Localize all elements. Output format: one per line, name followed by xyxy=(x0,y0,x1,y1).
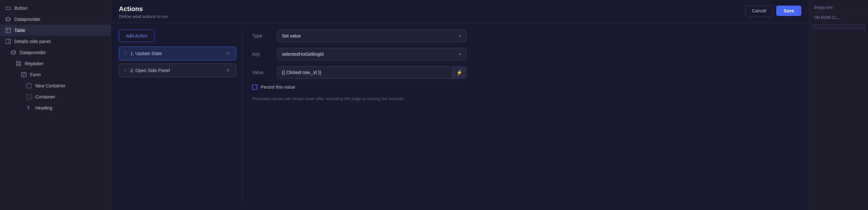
persist-label[interactable]: Persist this value xyxy=(260,84,295,90)
config-type-row: Type Set value ▾ xyxy=(252,30,801,42)
svg-rect-5 xyxy=(6,39,10,44)
action-item-1[interactable]: ⠿ 1. Update State ✕ xyxy=(119,47,236,60)
form-icon xyxy=(21,72,27,78)
action-close-button-2[interactable]: ✕ xyxy=(224,68,231,73)
action-item-label: 1. Update State xyxy=(130,51,162,56)
drag-handle-icon: ⠿ xyxy=(124,51,127,56)
persist-row: Persist this value xyxy=(252,84,801,90)
sidebar-item-heading[interactable]: T Heading xyxy=(0,102,111,113)
type-label: Type xyxy=(252,33,272,38)
sidebar-item-label: Dataprovider xyxy=(14,16,40,22)
persist-description: Persisted values will remain even after … xyxy=(252,96,415,102)
action-item-left-2: ⠿ 2. Open Side Panel xyxy=(124,68,170,73)
sidebar-item-button[interactable]: Button xyxy=(0,3,111,14)
action-item-left: ⠿ 1. Update State xyxy=(124,51,162,56)
empty-text-tab[interactable]: Empty text xyxy=(810,3,868,13)
value-label: Value xyxy=(252,70,272,75)
container-icon xyxy=(26,94,32,100)
chevron-down-icon-2: ▾ xyxy=(459,52,461,57)
side-panel-icon xyxy=(5,38,11,44)
key-select[interactable]: selectedHotSellingId ▾ xyxy=(277,48,466,60)
sidebar-item-dataprovider1[interactable]: Dataprovider xyxy=(0,14,111,25)
actions-panel: Actions Define what actions to run. Canc… xyxy=(111,0,809,210)
dataprovider2-icon xyxy=(10,49,16,56)
actions-body: Add Action ⠿ 1. Update State ✕ ⠿ 2. Open… xyxy=(111,23,809,210)
save-button[interactable]: Save xyxy=(776,5,801,16)
actions-title: Actions xyxy=(119,5,169,13)
sidebar-item-label: Heading xyxy=(35,105,52,110)
sidebar-item-new-container[interactable]: New Container xyxy=(0,80,111,91)
sidebar-item-label: Button xyxy=(14,5,27,11)
type-value: Set value xyxy=(282,33,301,38)
add-action-button[interactable]: Add Action xyxy=(119,30,154,42)
sidebar-item-label: Table xyxy=(14,28,25,33)
sidebar-item-table[interactable]: Table xyxy=(0,25,111,36)
button-icon xyxy=(5,5,11,11)
action-config-panel: Type Set value ▾ Key selectedHotSellingI… xyxy=(243,30,801,204)
persist-checkbox[interactable] xyxy=(252,84,257,90)
actions-header: Actions Define what actions to run. Canc… xyxy=(111,0,809,23)
chevron-down-icon: ▾ xyxy=(459,34,461,38)
sidebar-item-repeater[interactable]: Repeater xyxy=(0,58,111,69)
right-panel-input[interactable] xyxy=(813,25,865,29)
svg-rect-0 xyxy=(6,7,10,9)
right-panel: Empty text ON ROW CL... xyxy=(809,0,868,210)
svg-rect-2 xyxy=(6,28,10,33)
sidebar-item-container[interactable]: Container xyxy=(0,91,111,102)
svg-point-9 xyxy=(19,62,21,63)
actions-title-group: Actions Define what actions to run. xyxy=(119,5,169,19)
svg-point-11 xyxy=(19,64,21,66)
header-buttons: Cancel Save xyxy=(745,5,801,16)
drag-handle-icon-2: ⠿ xyxy=(124,68,127,73)
action-item-2[interactable]: ⠿ 2. Open Side Panel ✕ xyxy=(119,64,236,77)
actions-subtitle: Define what actions to run. xyxy=(119,14,169,19)
sidebar-item-form[interactable]: Form xyxy=(0,69,111,80)
lightning-bolt-button[interactable]: ⚡ xyxy=(452,67,466,78)
sidebar-item-label: Repeater xyxy=(25,61,44,66)
svg-rect-16 xyxy=(27,83,31,88)
config-value-row: Value ⚡ xyxy=(252,66,801,79)
heading-icon: T xyxy=(26,105,32,111)
action-close-button-1[interactable]: ✕ xyxy=(224,51,231,56)
sidebar-item-label: Details side panel xyxy=(14,39,51,44)
key-value: selectedHotSellingId xyxy=(282,51,323,57)
svg-point-10 xyxy=(17,64,18,66)
dataprovider-icon xyxy=(5,16,11,22)
action-item-label-2: 2. Open Side Panel xyxy=(130,68,170,73)
action-list-panel: Add Action ⠿ 1. Update State ✕ ⠿ 2. Open… xyxy=(119,30,243,204)
repeater-icon xyxy=(16,61,22,67)
sidebar-item-label: Container xyxy=(35,94,55,100)
svg-rect-17 xyxy=(27,95,31,99)
new-container-icon xyxy=(26,83,32,89)
key-label: Key xyxy=(252,51,272,57)
sidebar-item-label: New Container xyxy=(35,83,66,89)
svg-text:T: T xyxy=(27,106,30,110)
sidebar-item-dataprovider2[interactable]: Dataprovider xyxy=(0,47,111,58)
on-row-click-label: ON ROW CL... xyxy=(810,13,868,23)
sidebar-item-label: Dataprovider xyxy=(20,50,46,55)
value-input-group: ⚡ xyxy=(277,66,466,79)
sidebar-item-label: Form xyxy=(30,72,41,77)
lightning-icon: ⚡ xyxy=(456,69,463,76)
cancel-button[interactable]: Cancel xyxy=(745,5,773,16)
value-input[interactable] xyxy=(277,67,452,78)
type-select[interactable]: Set value ▾ xyxy=(277,30,466,42)
config-key-row: Key selectedHotSellingId ▾ xyxy=(252,48,801,60)
sidebar: Button Dataprovider Table Detail xyxy=(0,0,111,210)
table-icon xyxy=(5,27,11,33)
sidebar-item-details-panel[interactable]: Details side panel xyxy=(0,36,111,47)
svg-point-8 xyxy=(17,62,18,63)
